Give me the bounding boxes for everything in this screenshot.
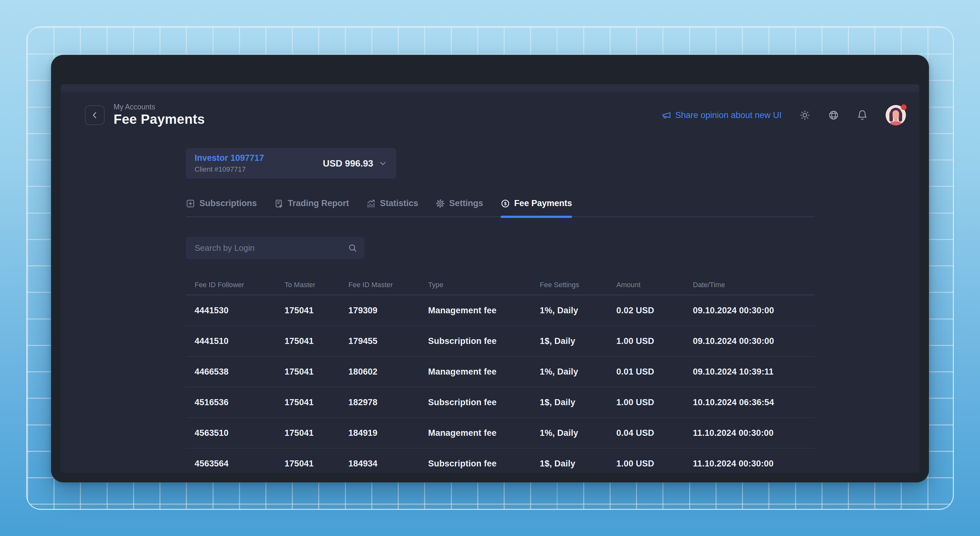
table-row[interactable]: 4563510 175041 184919 Management fee 1%,… — [186, 418, 815, 449]
table-row[interactable]: 4563564 175041 184934 Subscription fee 1… — [186, 449, 815, 473]
column-header: Amount — [616, 281, 693, 289]
account-client-id: Client #1097717 — [195, 165, 264, 173]
cell-fee-id-follower: 4563510 — [195, 428, 285, 438]
dollar-circle-icon: $ — [501, 199, 510, 208]
cell-fee-settings: 1$, Daily — [540, 398, 616, 407]
user-avatar[interactable] — [886, 105, 906, 126]
table-row[interactable]: 4516536 175041 182978 Subscription fee 1… — [186, 387, 815, 418]
account-balance: USD 996.93 — [323, 158, 373, 169]
chevron-left-icon — [90, 110, 100, 120]
cell-fee-id-follower: 4516536 — [195, 398, 285, 407]
back-button[interactable] — [85, 105, 105, 125]
breadcrumb[interactable]: My Accounts — [114, 103, 155, 111]
column-header: Type — [428, 281, 540, 289]
account-selector[interactable]: Investor 1097717 Client #1097717 USD 996… — [186, 148, 396, 179]
chevron-down-icon[interactable] — [379, 159, 387, 168]
cell-datetime: 11.10.2024 00:30:00 — [693, 428, 815, 438]
cell-datetime: 10.10.2024 06:36:54 — [693, 398, 815, 407]
tab-trading-report[interactable]: Trading Report — [274, 199, 349, 217]
tab-label: Subscriptions — [199, 199, 257, 208]
cell-type: Subscription fee — [428, 336, 540, 346]
cell-datetime: 09.10.2024 10:39:11 — [693, 367, 815, 377]
cell-datetime: 11.10.2024 00:30:00 — [693, 459, 815, 469]
content-panel: My Accounts Fee Payments Share opinion a… — [60, 84, 920, 473]
gear-icon — [436, 199, 445, 208]
cell-to-master: 175041 — [285, 428, 348, 438]
cell-amount: 0.02 USD — [616, 305, 693, 315]
cell-fee-id-master: 179455 — [348, 336, 428, 346]
page-title: Fee Payments — [114, 112, 205, 127]
cell-fee-id-master: 182978 — [348, 398, 428, 407]
cell-type: Management fee — [428, 428, 540, 438]
cell-amount: 1.00 USD — [616, 398, 693, 407]
account-info: Investor 1097717 Client #1097717 — [195, 153, 264, 173]
cell-to-master: 175041 — [285, 336, 348, 346]
svg-text:$: $ — [504, 201, 507, 206]
cell-datetime: 09.10.2024 00:30:00 — [693, 305, 815, 315]
cell-fee-id-master: 184934 — [348, 459, 428, 469]
fee-payments-table: Fee ID Follower To Master Fee ID Master … — [186, 275, 815, 473]
desktop-background: My Accounts Fee Payments Share opinion a… — [0, 0, 980, 536]
search-input[interactable] — [186, 237, 364, 259]
table-row[interactable]: 4441530 175041 179309 Management fee 1%,… — [186, 296, 815, 326]
cell-amount: 0.01 USD — [616, 367, 693, 377]
megaphone-icon — [662, 110, 671, 120]
chart-trend-icon — [366, 199, 376, 208]
cell-type: Subscription fee — [428, 398, 540, 407]
tab-label: Settings — [449, 199, 483, 208]
panel-top-band — [60, 84, 920, 92]
table-body: 4441530 175041 179309 Management fee 1%,… — [186, 296, 815, 473]
cell-fee-id-follower: 4466538 — [195, 367, 285, 377]
share-opinion-label: Share opinion about new UI — [675, 110, 781, 120]
tab-fee-payments[interactable]: $ Fee Payments — [501, 199, 572, 217]
cell-fee-id-follower: 4563564 — [195, 459, 285, 469]
plus-square-icon — [186, 199, 195, 208]
cell-datetime: 09.10.2024 00:30:00 — [693, 336, 815, 346]
tab-label: Statistics — [380, 199, 418, 208]
search-box — [186, 237, 364, 259]
theme-sun-icon[interactable] — [799, 110, 810, 121]
cell-fee-id-follower: 4441510 — [195, 336, 285, 346]
tab-settings[interactable]: Settings — [436, 199, 483, 217]
cell-type: Management fee — [428, 305, 540, 315]
cell-fee-settings: 1%, Daily — [540, 305, 616, 315]
cell-fee-id-master: 184919 — [348, 428, 428, 438]
cell-fee-id-master: 179309 — [348, 305, 428, 315]
tab-statistics[interactable]: Statistics — [366, 199, 418, 217]
cell-fee-settings: 1%, Daily — [540, 428, 616, 438]
header-actions: Share opinion about new UI — [662, 105, 906, 126]
account-name[interactable]: Investor 1097717 — [195, 153, 264, 163]
cell-type: Subscription fee — [428, 459, 540, 469]
cell-amount: 1.00 USD — [616, 336, 693, 346]
table-header-row: Fee ID Follower To Master Fee ID Master … — [186, 275, 815, 296]
tab-subscriptions[interactable]: Subscriptions — [186, 199, 257, 217]
account-balance-block: USD 996.93 — [323, 158, 387, 169]
notification-dot — [901, 104, 907, 110]
cell-to-master: 175041 — [285, 398, 348, 407]
column-header: Date/Time — [693, 281, 815, 289]
file-plus-icon — [274, 199, 283, 208]
table-row[interactable]: 4441510 175041 179455 Subscription fee 1… — [186, 326, 815, 357]
notifications-bell-icon[interactable] — [857, 110, 868, 121]
column-header: To Master — [285, 281, 348, 289]
cell-fee-settings: 1%, Daily — [540, 367, 616, 377]
cell-amount: 0.04 USD — [616, 428, 693, 438]
tab-bar: Subscriptions Trading Report Statistics — [186, 199, 815, 217]
cell-fee-settings: 1$, Daily — [540, 336, 616, 346]
column-header: Fee Settings — [540, 281, 616, 289]
cell-to-master: 175041 — [285, 305, 348, 315]
cell-amount: 1.00 USD — [616, 459, 693, 469]
share-opinion-link[interactable]: Share opinion about new UI — [662, 110, 781, 120]
search-icon[interactable] — [348, 243, 357, 253]
column-header: Fee ID Follower — [195, 281, 285, 289]
app-window: My Accounts Fee Payments Share opinion a… — [51, 55, 929, 482]
cell-to-master: 175041 — [285, 367, 348, 377]
cell-type: Management fee — [428, 367, 540, 377]
table-row[interactable]: 4466538 175041 180602 Management fee 1%,… — [186, 357, 815, 387]
cell-fee-id-follower: 4441530 — [195, 305, 285, 315]
cell-to-master: 175041 — [285, 459, 348, 469]
cell-fee-id-master: 180602 — [348, 367, 428, 377]
tab-label: Fee Payments — [514, 199, 572, 208]
column-header: Fee ID Master — [348, 281, 428, 289]
language-globe-icon[interactable] — [828, 110, 839, 121]
